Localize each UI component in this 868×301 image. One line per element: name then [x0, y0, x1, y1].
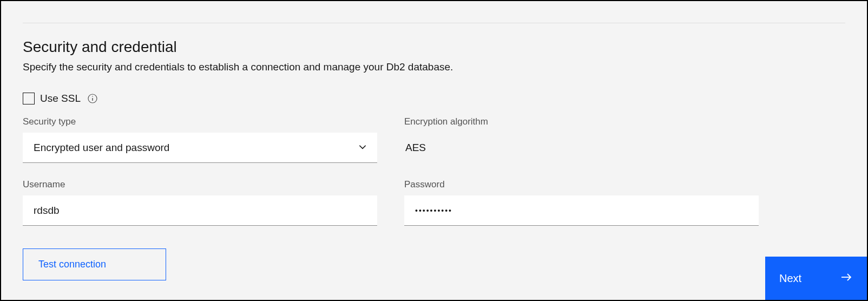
- next-button[interactable]: Next: [765, 257, 867, 300]
- password-label: Password: [404, 179, 759, 190]
- test-connection-button[interactable]: Test connection: [23, 248, 166, 280]
- divider: [23, 23, 845, 23]
- security-type-select[interactable]: Encrypted user and password: [23, 133, 377, 163]
- password-input[interactable]: [404, 195, 759, 226]
- encryption-algorithm-value: AES: [404, 133, 759, 163]
- username-input[interactable]: [23, 195, 377, 226]
- next-button-label: Next: [779, 272, 801, 285]
- use-ssl-label: Use SSL: [40, 93, 81, 104]
- username-label: Username: [23, 179, 377, 190]
- section-description: Specify the security and credentials to …: [23, 61, 845, 73]
- use-ssl-checkbox[interactable]: [23, 93, 35, 104]
- security-type-label: Security type: [23, 116, 377, 127]
- encryption-algorithm-label: Encryption algorithm: [404, 116, 759, 127]
- section-title: Security and credential: [23, 38, 845, 56]
- svg-point-2: [92, 96, 93, 97]
- arrow-right-icon: [840, 271, 853, 286]
- security-type-value: Encrypted user and password: [34, 142, 169, 154]
- info-icon[interactable]: [87, 93, 98, 104]
